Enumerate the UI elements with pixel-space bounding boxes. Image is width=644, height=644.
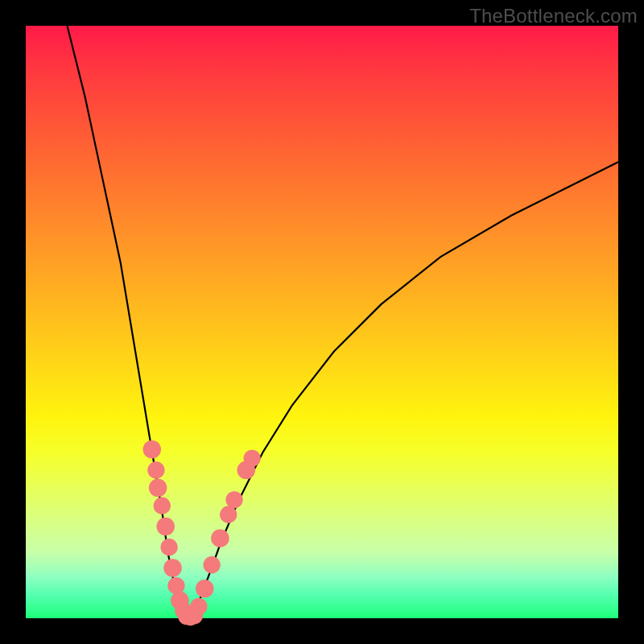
- marker-dot: [220, 506, 237, 523]
- marker-dot: [196, 580, 214, 598]
- marker-dot: [211, 529, 229, 547]
- marker-dot: [156, 518, 175, 536]
- marker-dot: [244, 450, 261, 467]
- curve-right: [188, 162, 618, 618]
- marker-dot: [154, 497, 171, 514]
- marker-dot: [167, 577, 184, 594]
- marker-dot: [225, 491, 242, 508]
- marker-dot: [190, 598, 207, 615]
- plot-area: [26, 26, 618, 618]
- marker-dot: [149, 479, 167, 497]
- marker-dot: [160, 539, 177, 555]
- curve-layer: [26, 26, 618, 618]
- marker-dot: [163, 559, 182, 577]
- markers-group: [143, 440, 261, 625]
- chart-frame: TheBottleneck.com: [0, 0, 644, 644]
- marker-dot: [147, 461, 164, 478]
- watermark-text: TheBottleneck.com: [469, 5, 638, 27]
- marker-dot: [203, 556, 220, 573]
- marker-dot: [143, 440, 162, 459]
